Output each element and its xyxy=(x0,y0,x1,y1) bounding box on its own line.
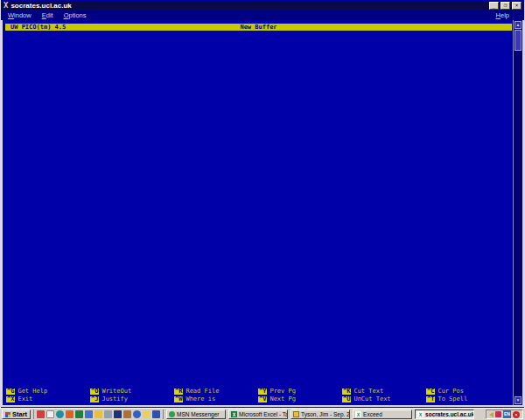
excel-icon: X xyxy=(231,411,237,417)
quick-launch-bar xyxy=(33,410,164,419)
taskbar-button-exceed[interactable]: X Exceed xyxy=(353,410,412,419)
menu-edit[interactable]: Edit xyxy=(42,11,53,19)
quicklaunch-icon-12[interactable] xyxy=(143,410,150,418)
shortcut-prev-pg: ^YPrev Pg xyxy=(258,388,342,396)
exceed-logo-icon: X xyxy=(4,2,8,10)
window-controls: _ ❐ × xyxy=(489,2,522,10)
pico-statusbar: UW PICO(tm) 4.5 New Buffer xyxy=(5,24,512,31)
taskbar-button-email[interactable]: Tyson, Jim - Sep. 27 t... xyxy=(290,410,350,419)
msn-messenger-icon xyxy=(169,411,175,417)
taskbar-button-socrates[interactable]: X socrates.ucl.ac.uk xyxy=(415,410,474,419)
quicklaunch-icon-3[interactable] xyxy=(56,410,64,418)
exceed-icon: X xyxy=(355,411,361,417)
shortcut-read-file: ^RRead File xyxy=(174,388,258,396)
email-icon xyxy=(293,411,299,417)
scrollbar-thumb[interactable] xyxy=(514,30,522,51)
menubar: Window Edit Options Help xyxy=(2,10,523,20)
shortcut-where-is: ^WWhere is xyxy=(174,396,258,403)
start-label: Start xyxy=(12,410,27,418)
pico-shortcuts: ^GGet Help ^OWriteOut ^RRead File ^YPrev… xyxy=(6,388,510,402)
shortcut-row-1: ^GGet Help ^OWriteOut ^RRead File ^YPrev… xyxy=(6,388,510,396)
quicklaunch-icon-4[interactable] xyxy=(66,410,74,418)
buffer-name: New Buffer xyxy=(5,24,512,31)
shortcut-next-pg: ^VNext Pg xyxy=(258,396,342,403)
minimize-button[interactable]: _ xyxy=(489,2,499,10)
taskbar-button-msn-messenger[interactable]: MSN Messenger xyxy=(166,410,226,419)
maximize-button[interactable]: ❐ xyxy=(500,2,510,10)
shortcut-get-help: ^GGet Help xyxy=(6,388,90,396)
shortcut-cut-text: ^KCut Text xyxy=(342,388,426,396)
quicklaunch-icon-7[interactable] xyxy=(94,410,102,418)
quicklaunch-icon-8[interactable] xyxy=(104,410,112,418)
system-tray: EN × xyxy=(486,410,523,419)
quicklaunch-icon-11[interactable] xyxy=(133,410,141,418)
scroll-up-icon[interactable]: ▲ xyxy=(514,21,522,29)
close-button[interactable]: × xyxy=(512,2,522,10)
start-button[interactable]: Start xyxy=(2,410,31,419)
quicklaunch-icon-5[interactable] xyxy=(75,410,83,418)
tray-app-icon[interactable] xyxy=(495,411,501,417)
window-title: socrates.ucl.ac.uk xyxy=(10,2,71,10)
quicklaunch-icon-2[interactable] xyxy=(46,410,54,418)
quicklaunch-icon-6[interactable] xyxy=(85,410,93,418)
menu-help[interactable]: Help xyxy=(496,11,509,19)
volume-icon[interactable] xyxy=(489,412,494,417)
titlebar[interactable]: X socrates.ucl.ac.uk _ ❐ × xyxy=(2,1,523,10)
vertical-scrollbar[interactable]: ▲ ▼ xyxy=(513,20,522,405)
taskbar-button-excel[interactable]: X Microsoft Excel - Talis ... xyxy=(228,410,288,419)
shortcut-exit: ^XExit xyxy=(6,396,90,403)
quicklaunch-icon-9[interactable] xyxy=(114,410,122,418)
shortcut-row-2: ^XExit ^JJustify ^WWhere is ^VNext Pg ^U… xyxy=(6,396,510,403)
menu-window[interactable]: Window xyxy=(8,11,32,19)
shortcut-uncut-text: ^UUnCut Text xyxy=(342,396,426,403)
app-window: X socrates.ucl.ac.uk _ ❐ × Window Edit O… xyxy=(0,0,525,408)
taskbar: Start MSN Messenger X Microsoft Excel - … xyxy=(0,408,525,420)
quicklaunch-icon-13[interactable] xyxy=(152,410,160,418)
quicklaunch-icon-1[interactable] xyxy=(37,410,45,418)
terminal-area[interactable]: UW PICO(tm) 4.5 New Buffer ^GGet Help ^O… xyxy=(1,20,524,407)
shortcut-cur-pos: ^CCur Pos xyxy=(426,388,510,396)
language-indicator[interactable]: EN xyxy=(503,410,511,418)
quicklaunch-icon-10[interactable] xyxy=(123,410,131,418)
alert-status-icon[interactable]: × xyxy=(513,411,520,418)
shortcut-justify: ^JJustify xyxy=(90,396,174,403)
exceed-session-icon: X xyxy=(417,411,424,417)
shortcut-to-spell: ^TTo Spell xyxy=(426,396,510,403)
scroll-down-icon[interactable]: ▼ xyxy=(514,396,522,404)
shortcut-writeout: ^OWriteOut xyxy=(90,388,174,396)
windows-flag-icon xyxy=(5,412,10,417)
menu-options[interactable]: Options xyxy=(64,11,87,19)
